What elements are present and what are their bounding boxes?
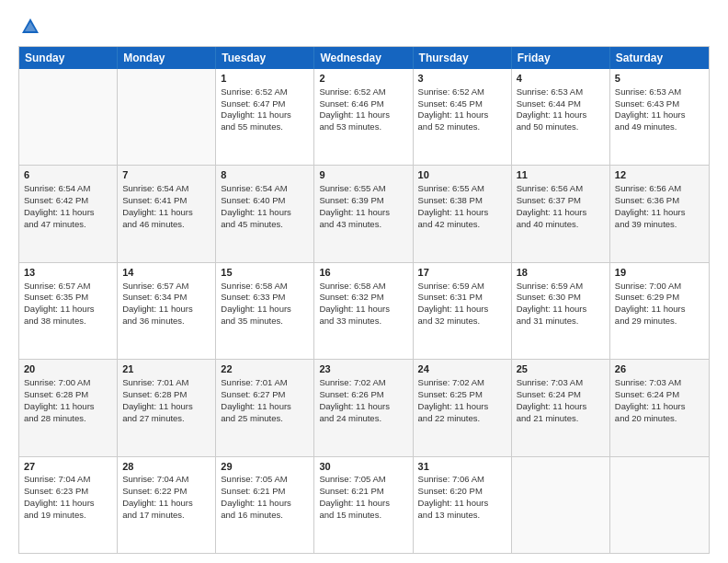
day-info-line: Daylight: 11 hours: [24, 304, 112, 316]
calendar: SundayMondayTuesdayWednesdayThursdayFrid…: [18, 46, 710, 554]
calendar-cell-r0c6: 5Sunrise: 6:53 AMSunset: 6:43 PMDaylight…: [610, 69, 709, 165]
day-info-line: Sunset: 6:28 PM: [24, 389, 112, 401]
day-info-line: Sunrise: 6:52 AM: [221, 86, 309, 98]
day-info-line: Daylight: 11 hours: [122, 498, 210, 510]
header-day-saturday: Saturday: [610, 47, 709, 69]
day-number: 30: [319, 460, 407, 474]
day-info-line: and 38 minutes.: [24, 316, 112, 327]
calendar-cell-r4c1: 28Sunrise: 7:04 AMSunset: 6:22 PMDayligh…: [118, 457, 216, 553]
day-number: 15: [221, 266, 309, 280]
header-day-friday: Friday: [512, 47, 610, 69]
day-info-line: Sunset: 6:46 PM: [319, 98, 407, 110]
calendar-cell-r4c3: 30Sunrise: 7:05 AMSunset: 6:21 PMDayligh…: [314, 457, 413, 553]
logo-icon: [20, 17, 40, 37]
day-info-line: Sunrise: 6:57 AM: [24, 281, 112, 293]
day-info-line: Sunset: 6:40 PM: [221, 195, 309, 207]
day-info-line: Sunrise: 7:01 AM: [122, 377, 210, 389]
day-number: 13: [24, 266, 112, 280]
day-info-line: Sunrise: 7:00 AM: [615, 281, 704, 293]
day-info-line: Daylight: 11 hours: [122, 207, 210, 219]
day-info-line: Sunset: 6:34 PM: [122, 292, 210, 304]
header-day-tuesday: Tuesday: [216, 47, 314, 69]
day-info-line: Sunset: 6:38 PM: [418, 195, 506, 207]
day-info-line: Daylight: 11 hours: [319, 304, 407, 316]
day-info-line: Sunset: 6:36 PM: [615, 195, 704, 207]
calendar-cell-r1c2: 8Sunrise: 6:54 AMSunset: 6:40 PMDaylight…: [216, 166, 314, 261]
day-info-line: Sunset: 6:21 PM: [319, 486, 407, 498]
day-info-line: Daylight: 11 hours: [319, 498, 407, 510]
calendar-cell-r1c3: 9Sunrise: 6:55 AMSunset: 6:39 PMDaylight…: [314, 166, 413, 261]
day-info-line: Daylight: 11 hours: [221, 207, 309, 219]
day-number: 1: [221, 72, 309, 86]
day-info-line: and 36 minutes.: [122, 316, 210, 327]
day-number: 20: [24, 362, 112, 376]
day-info-line: and 40 minutes.: [517, 219, 605, 231]
day-info-line: Daylight: 11 hours: [24, 401, 112, 413]
day-info-line: Daylight: 11 hours: [221, 109, 309, 121]
day-info-line: Sunset: 6:41 PM: [122, 195, 210, 207]
day-info-line: Sunset: 6:23 PM: [24, 486, 112, 498]
day-info-line: Daylight: 11 hours: [319, 401, 407, 413]
day-number: 14: [122, 266, 210, 280]
day-info-line: and 16 minutes.: [221, 510, 309, 522]
day-info-line: Daylight: 11 hours: [319, 207, 407, 219]
calendar-body: 1Sunrise: 6:52 AMSunset: 6:47 PMDaylight…: [19, 69, 709, 553]
day-number: 19: [615, 266, 704, 280]
calendar-row-2: 13Sunrise: 6:57 AMSunset: 6:35 PMDayligh…: [19, 262, 709, 359]
header-day-thursday: Thursday: [414, 47, 512, 69]
day-info-line: Daylight: 11 hours: [319, 109, 407, 121]
day-info-line: and 47 minutes.: [24, 219, 112, 231]
day-info-line: Daylight: 11 hours: [418, 207, 506, 219]
day-number: 10: [418, 168, 506, 182]
day-info-line: Daylight: 11 hours: [615, 109, 704, 121]
day-info-line: and 15 minutes.: [319, 510, 407, 522]
day-info-line: Sunrise: 6:53 AM: [615, 86, 704, 98]
calendar-cell-r4c6: [610, 457, 709, 553]
calendar-row-1: 6Sunrise: 6:54 AMSunset: 6:42 PMDaylight…: [19, 165, 709, 261]
day-info-line: Daylight: 11 hours: [418, 304, 506, 316]
day-info-line: and 42 minutes.: [418, 219, 506, 231]
calendar-cell-r3c5: 25Sunrise: 7:03 AMSunset: 6:24 PMDayligh…: [512, 360, 610, 455]
calendar-header: SundayMondayTuesdayWednesdayThursdayFrid…: [19, 47, 709, 69]
calendar-cell-r0c5: 4Sunrise: 6:53 AMSunset: 6:44 PMDaylight…: [512, 69, 610, 165]
calendar-cell-r2c0: 13Sunrise: 6:57 AMSunset: 6:35 PMDayligh…: [19, 263, 118, 359]
day-info-line: and 39 minutes.: [615, 219, 704, 231]
day-info-line: Sunrise: 6:59 AM: [517, 281, 605, 293]
day-number: 27: [24, 460, 112, 474]
calendar-cell-r4c5: [512, 457, 610, 553]
header-day-monday: Monday: [118, 47, 216, 69]
day-info-line: and 49 minutes.: [615, 121, 704, 133]
day-info-line: Sunrise: 6:55 AM: [418, 183, 506, 195]
day-info-line: Daylight: 11 hours: [24, 498, 112, 510]
calendar-cell-r0c1: [118, 69, 216, 165]
day-info-line: Sunset: 6:33 PM: [221, 292, 309, 304]
day-info-line: Sunrise: 7:05 AM: [221, 474, 309, 486]
calendar-cell-r2c4: 17Sunrise: 6:59 AMSunset: 6:31 PMDayligh…: [414, 263, 512, 359]
day-info-line: Sunrise: 7:00 AM: [24, 377, 112, 389]
day-info-line: and 27 minutes.: [122, 413, 210, 425]
day-info-line: and 24 minutes.: [319, 413, 407, 425]
day-info-line: Daylight: 11 hours: [24, 207, 112, 219]
day-info-line: Sunset: 6:45 PM: [418, 98, 506, 110]
calendar-cell-r0c4: 3Sunrise: 6:52 AMSunset: 6:45 PMDaylight…: [414, 69, 512, 165]
calendar-cell-r4c0: 27Sunrise: 7:04 AMSunset: 6:23 PMDayligh…: [19, 457, 118, 553]
day-info-line: Sunset: 6:27 PM: [221, 389, 309, 401]
calendar-cell-r2c3: 16Sunrise: 6:58 AMSunset: 6:32 PMDayligh…: [314, 263, 413, 359]
day-number: 3: [418, 72, 506, 86]
day-number: 6: [24, 168, 112, 182]
day-info-line: Daylight: 11 hours: [517, 207, 605, 219]
day-info-line: Daylight: 11 hours: [418, 401, 506, 413]
day-info-line: Sunrise: 7:03 AM: [517, 377, 605, 389]
day-number: 17: [418, 266, 506, 280]
day-info-line: Sunrise: 6:58 AM: [221, 281, 309, 293]
day-info-line: Sunrise: 7:04 AM: [122, 474, 210, 486]
header-day-wednesday: Wednesday: [314, 47, 413, 69]
calendar-cell-r3c4: 24Sunrise: 7:02 AMSunset: 6:25 PMDayligh…: [414, 360, 512, 455]
day-info-line: and 21 minutes.: [517, 413, 605, 425]
day-info-line: Daylight: 11 hours: [517, 401, 605, 413]
day-info-line: Sunrise: 6:52 AM: [418, 86, 506, 98]
logo: [18, 17, 42, 37]
calendar-row-3: 20Sunrise: 7:00 AMSunset: 6:28 PMDayligh…: [19, 359, 709, 455]
calendar-cell-r2c1: 14Sunrise: 6:57 AMSunset: 6:34 PMDayligh…: [118, 263, 216, 359]
day-info-line: and 28 minutes.: [24, 413, 112, 425]
